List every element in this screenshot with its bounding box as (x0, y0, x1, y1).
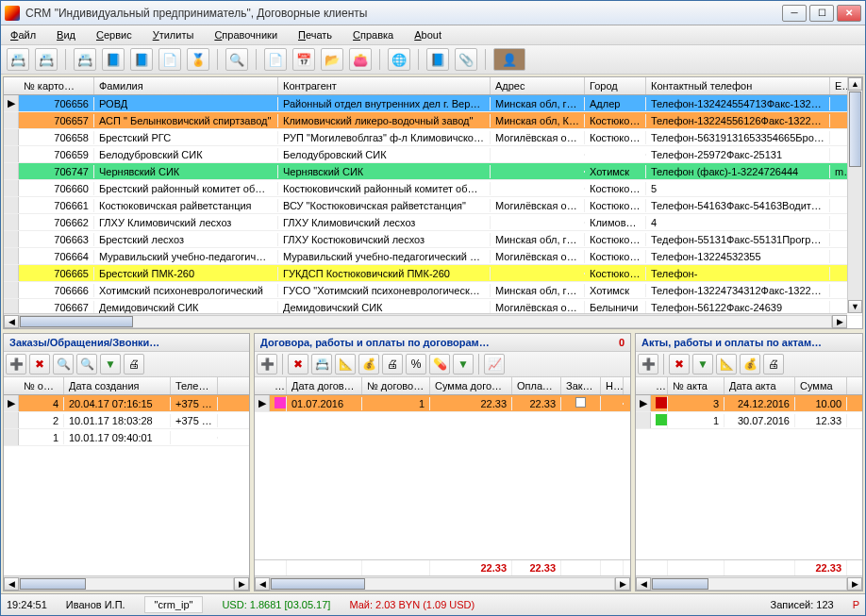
contracts-hscroll[interactable]: ◀▶ (255, 575, 630, 591)
table-row[interactable]: ▶706656РОВДРайонный отдел внутренних дел… (4, 95, 862, 112)
contracts-delete-button[interactable] (288, 354, 308, 375)
contracts-print-button[interactable] (382, 354, 403, 375)
menu-вид[interactable]: Вид (53, 27, 79, 42)
table-row[interactable]: 706659Белодубровский СИКБелодубровский С… (4, 146, 862, 163)
contracts-filter-button[interactable] (453, 354, 474, 375)
address-book-button[interactable] (426, 48, 449, 71)
table-row[interactable]: 706747Чернявский СИКЧернявский СИКХотимс… (4, 163, 862, 180)
col-header[interactable]: Фамилия (94, 77, 278, 94)
horizontal-scrollbar[interactable]: ◀ ▶ (4, 313, 847, 328)
calendar-button[interactable]: 📅 (292, 48, 315, 71)
journal-button[interactable] (130, 48, 153, 71)
table-row[interactable]: 110.01.17 09:40:01 (4, 429, 249, 446)
col-header[interactable]: Дата договора (287, 377, 362, 394)
col-header[interactable]: … (270, 377, 287, 394)
orders-print-button[interactable] (124, 354, 144, 375)
col-header[interactable]: Адрес (491, 77, 585, 94)
acts-grid-header[interactable]: …№ актаДата актаСумма (636, 377, 862, 395)
table-row[interactable]: 210.01.17 18:03:28+375 29 (4, 412, 249, 429)
menu-утилиты[interactable]: Утилиты (149, 27, 198, 42)
col-header[interactable]: Контактный телефон (646, 77, 830, 94)
contracts-chart-button[interactable] (484, 354, 505, 375)
acts-filter-button[interactable] (692, 354, 713, 375)
minimize-button[interactable]: ─ (782, 5, 807, 22)
acts-hscroll[interactable]: ◀▶ (636, 575, 862, 591)
acts-grid-rows[interactable]: ▶324.12.201610.00130.07.201612.33 (636, 395, 862, 559)
globe-button[interactable] (388, 48, 410, 71)
acts-print-button[interactable] (763, 354, 784, 375)
close-button[interactable]: ✕ (837, 5, 861, 22)
orders-delete-button[interactable] (29, 354, 50, 375)
scroll-left-button[interactable]: ◀ (4, 315, 19, 328)
orders-add-button[interactable] (6, 354, 26, 375)
col-header[interactable]: Закрыт (561, 377, 601, 394)
contracts-prefs-button[interactable]: 📐 (335, 354, 356, 375)
acts-money-button[interactable] (740, 354, 760, 375)
report-button[interactable] (264, 48, 287, 71)
folder-button[interactable] (321, 48, 343, 71)
wallet-button[interactable] (349, 48, 372, 71)
col-header[interactable]: Сумма договора (430, 377, 512, 394)
col-header[interactable]: Контрагент (278, 77, 491, 94)
book-button[interactable] (102, 48, 125, 71)
orders-search-button[interactable] (53, 354, 74, 375)
col-header[interactable]: Сумма (795, 377, 847, 394)
table-row[interactable]: 130.07.201612.33 (636, 412, 862, 429)
col-header[interactable]: № карто… (19, 77, 94, 94)
scroll-thumb-h[interactable] (20, 316, 133, 327)
orders-grid-header[interactable]: № обр…Дата созданияТелефо (4, 377, 249, 395)
orders-grid-rows[interactable]: ▶420.04.17 07:16:15+375 29210.01.17 18:0… (4, 395, 249, 575)
orders-filter-button[interactable] (100, 354, 121, 375)
menu-справка[interactable]: Справка (349, 27, 397, 42)
acts-delete-button[interactable] (669, 354, 690, 375)
table-row[interactable]: 706663Брестский лесхозГЛХУ Костюковичски… (4, 231, 862, 248)
main-grid[interactable]: № карто…ФамилияКонтрагентАдресГородКонта… (3, 76, 863, 329)
edit-card-button[interactable] (35, 48, 58, 71)
table-row[interactable]: 706662ГЛХУ Климовичский лесхозГЛХУ Климо… (4, 214, 862, 231)
maximize-button[interactable]: ☐ (809, 5, 834, 22)
table-row[interactable]: 706664Муравильский учебно-педагогич…Мура… (4, 248, 862, 265)
col-header[interactable]: Город (585, 77, 646, 94)
col-header[interactable]: Оплачено (512, 377, 561, 394)
menu-файл[interactable]: Файл (7, 27, 40, 42)
table-row[interactable]: ▶01.07.2016122.3322.33 (255, 395, 630, 412)
table-row[interactable]: ▶324.12.201610.00 (636, 395, 862, 412)
scroll-track[interactable] (19, 315, 832, 328)
col-header[interactable]: № договора (362, 377, 430, 394)
scroll-right-button[interactable]: ▶ (832, 315, 847, 328)
table-row[interactable]: 706660Брестский районный комитет общ…Кос… (4, 180, 862, 197)
col-header[interactable]: Дата создания (64, 377, 171, 394)
col-header[interactable]: № акта (668, 377, 724, 394)
card-button[interactable] (74, 48, 96, 71)
menu-справочники[interactable]: Справочники (210, 27, 281, 42)
col-header[interactable]: № обр… (19, 377, 64, 394)
col-header[interactable]: Дата акта (724, 377, 795, 394)
table-row[interactable]: 706665Брестский ПМК-260ГУКДСП Костюкович… (4, 265, 862, 282)
search-button[interactable] (225, 48, 248, 71)
main-grid-rows[interactable]: ▶706656РОВДРайонный отдел внутренних дел… (4, 95, 862, 316)
main-grid-header[interactable]: № карто…ФамилияКонтрагентАдресГородКонта… (4, 77, 862, 95)
menu-сервис[interactable]: Сервис (92, 27, 136, 42)
orders-hscroll[interactable]: ◀▶ (4, 575, 249, 591)
orders-zoom-button[interactable] (76, 354, 97, 375)
menu-about[interactable]: About (410, 27, 445, 42)
acts-add-button[interactable] (638, 354, 658, 375)
acts-prefs-button[interactable]: 📐 (716, 354, 737, 375)
doc-button[interactable] (158, 48, 181, 71)
award-button[interactable]: 🏅 (187, 48, 209, 71)
contracts-grid-header[interactable]: …Дата договора№ договораСумма договораОп… (255, 377, 630, 395)
scroll-down-button[interactable]: ▼ (848, 300, 862, 313)
contracts-calc-button[interactable]: 📇 (311, 354, 332, 375)
contracts-money-button[interactable] (358, 354, 379, 375)
contracts-add-button[interactable] (257, 354, 277, 375)
menu-печать[interactable]: Печать (294, 27, 336, 42)
table-row[interactable]: 706661Костюковичская райветстанцияВСУ "К… (4, 197, 862, 214)
contracts-grid-rows[interactable]: ▶01.07.2016122.3322.33 (255, 395, 630, 559)
table-row[interactable]: 706666Хотимский психоневрологическийГУСО… (4, 282, 862, 299)
table-row[interactable]: 706657АСП " Белынковичский спиртзавод"Кл… (4, 112, 862, 129)
vertical-scrollbar[interactable]: ▲ ▼ (847, 77, 862, 313)
col-header[interactable]: … (651, 377, 668, 394)
table-row[interactable]: ▶420.04.17 07:16:15+375 29 (4, 395, 249, 412)
new-card-button[interactable] (7, 48, 29, 71)
table-row[interactable]: 706658Брестский РГСРУП "Могилевоблгаз" ф… (4, 129, 862, 146)
